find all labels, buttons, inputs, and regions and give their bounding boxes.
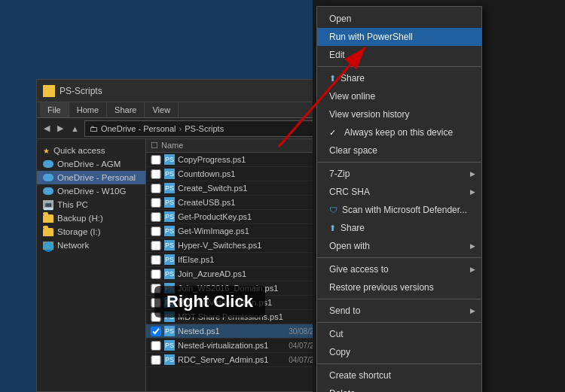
share-icon: ⬆ — [329, 74, 336, 84]
file-checkbox[interactable] — [151, 198, 161, 208]
menu-item-open-with[interactable]: Open with — [317, 237, 481, 255]
menu-share2-label: Share — [341, 223, 365, 233]
tab-file[interactable]: File — [40, 102, 69, 117]
check-icon: ✓ — [329, 128, 340, 138]
path-folder-icon: 🗀 — [90, 124, 98, 133]
menu-cut-label: Cut — [329, 329, 344, 339]
file-icon: PS — [164, 226, 175, 236]
sidebar-item-onedrive-agm[interactable]: OneDrive - AGM — [37, 157, 145, 171]
sidebar-item-onedrive-w10g[interactable]: OneDrive - W10G — [37, 184, 145, 198]
forward-button[interactable]: ▶ — [55, 123, 66, 134]
menu-separator — [317, 363, 481, 364]
ribbon: File Home Share View — [37, 102, 352, 118]
sidebar-item-onedrive-personal[interactable]: OneDrive - Personal — [37, 171, 145, 184]
menu-item-share2[interactable]: ⬆ Share — [317, 219, 481, 237]
menu-separator — [317, 322, 481, 323]
sidebar: ★ Quick access OneDrive - AGM OneDrive -… — [37, 139, 146, 391]
file-checkbox[interactable] — [151, 241, 161, 251]
menu-item-crc[interactable]: CRC SHA — [317, 183, 481, 201]
menu-item-cut[interactable]: Cut — [317, 325, 481, 343]
ribbon-tabs: File Home Share View — [37, 102, 352, 117]
menu-item-send-to[interactable]: Send to — [317, 302, 481, 320]
menu-separator — [317, 257, 481, 258]
menu-item-delete[interactable]: Delete — [317, 384, 481, 392]
sidebar-item-storage[interactable]: Storage (I:) — [37, 225, 145, 239]
menu-item-give-access[interactable]: Give access to — [317, 260, 481, 278]
folder-icon-backup — [43, 214, 53, 223]
pc-icon: 💻 — [43, 200, 53, 209]
context-menu: Open Run with PowerShell Edit ⬆ Share Vi… — [316, 6, 482, 392]
menu-separator — [317, 66, 481, 67]
explorer-window: PS-Scripts File Home Share View ◀ ▶ ▲ 🗀 … — [36, 79, 353, 392]
file-checkbox[interactable] — [151, 155, 161, 165]
menu-give-access-label: Give access to — [329, 264, 389, 275]
menu-item-defender[interactable]: 🛡 Scan with Microsoft Defender... — [317, 201, 481, 219]
sidebar-item-quick-access[interactable]: ★ Quick access — [37, 144, 145, 157]
tab-share[interactable]: Share — [107, 102, 145, 117]
sidebar-item-network[interactable]: 🌐 Network — [37, 239, 145, 252]
file-icon: PS — [164, 240, 175, 251]
menu-item-share1[interactable]: ⬆ Share — [317, 69, 481, 87]
file-icon: PS — [164, 269, 175, 279]
menu-separator — [317, 162, 481, 163]
menu-defender-label: Scan with Microsoft Defender... — [342, 205, 467, 215]
file-checkbox[interactable] — [151, 226, 161, 236]
sidebar-item-backup[interactable]: Backup (H:) — [37, 211, 145, 225]
menu-item-view-history[interactable]: View version history — [317, 105, 481, 123]
cloud-icon-personal — [43, 174, 53, 181]
path-part1: OneDrive - Personal — [101, 124, 176, 133]
tab-view[interactable]: View — [145, 102, 179, 117]
file-icon: PS — [164, 211, 175, 222]
title-bar-icon — [43, 85, 55, 97]
menu-send-to-label: Send to — [329, 305, 360, 316]
sidebar-item-this-pc[interactable]: 💻 This PC — [37, 198, 145, 211]
menu-item-7zip[interactable]: 7-Zip — [317, 165, 481, 183]
menu-item-always-keep[interactable]: ✓ Always keep on this device — [317, 123, 481, 141]
file-checkbox-selected[interactable] — [151, 327, 161, 336]
file-checkbox[interactable] — [151, 184, 161, 193]
menu-open-label: Open — [329, 14, 351, 24]
menu-item-run-powershell[interactable]: Run with PowerShell — [317, 28, 481, 46]
menu-item-edit[interactable]: Edit — [317, 46, 481, 64]
menu-item-clear-space[interactable]: Clear space — [317, 141, 481, 160]
menu-item-restore-versions[interactable]: Restore previous versions — [317, 278, 481, 296]
share-icon2: ⬆ — [329, 223, 336, 233]
file-checkbox[interactable] — [151, 212, 161, 222]
back-button[interactable]: ◀ — [41, 123, 52, 134]
file-checkbox[interactable] — [151, 355, 161, 365]
menu-view-online-label: View online — [329, 91, 375, 102]
tab-home[interactable]: Home — [69, 102, 107, 117]
checkbox-header: ☐ — [151, 141, 161, 150]
menu-item-open[interactable]: Open — [317, 10, 481, 28]
menu-restore-label: Restore previous versions — [329, 282, 434, 293]
up-button[interactable]: ▲ — [69, 123, 81, 134]
menu-7zip-label: 7-Zip — [329, 169, 350, 179]
file-checkbox[interactable] — [151, 269, 161, 279]
star-icon: ★ — [43, 147, 50, 155]
file-icon: PS — [164, 340, 175, 351]
menu-item-copy[interactable]: Copy — [317, 343, 481, 361]
file-icon: PS — [164, 197, 175, 208]
menu-view-history-label: View version history — [329, 109, 410, 120]
menu-item-view-online[interactable]: View online — [317, 87, 481, 105]
file-icon: PS — [164, 354, 175, 365]
file-checkbox[interactable] — [151, 169, 161, 179]
cloud-icon-w10g — [43, 187, 53, 195]
menu-edit-label: Edit — [329, 50, 345, 60]
explorer-body: ★ Quick access OneDrive - AGM OneDrive -… — [37, 139, 352, 391]
file-icon: PS — [164, 169, 175, 179]
file-icon: PS — [164, 183, 175, 193]
address-bar: ◀ ▶ ▲ 🗀 OneDrive - Personal › PS-Scripts — [37, 118, 352, 139]
menu-item-create-shortcut[interactable]: Create shortcut — [317, 366, 481, 384]
menu-always-keep-label: Always keep on this device — [344, 127, 453, 138]
menu-copy-label: Copy — [329, 347, 350, 357]
menu-delete-label: Delete — [329, 388, 356, 392]
network-icon: 🌐 — [43, 242, 53, 250]
file-checkbox[interactable] — [151, 255, 161, 265]
cloud-icon-agm — [43, 160, 53, 168]
menu-create-shortcut-label: Create shortcut — [329, 370, 391, 381]
name-column-header: Name — [161, 141, 183, 150]
address-path[interactable]: 🗀 OneDrive - Personal › PS-Scripts — [84, 120, 347, 137]
file-icon: PS — [164, 254, 175, 265]
file-checkbox[interactable] — [151, 341, 161, 351]
